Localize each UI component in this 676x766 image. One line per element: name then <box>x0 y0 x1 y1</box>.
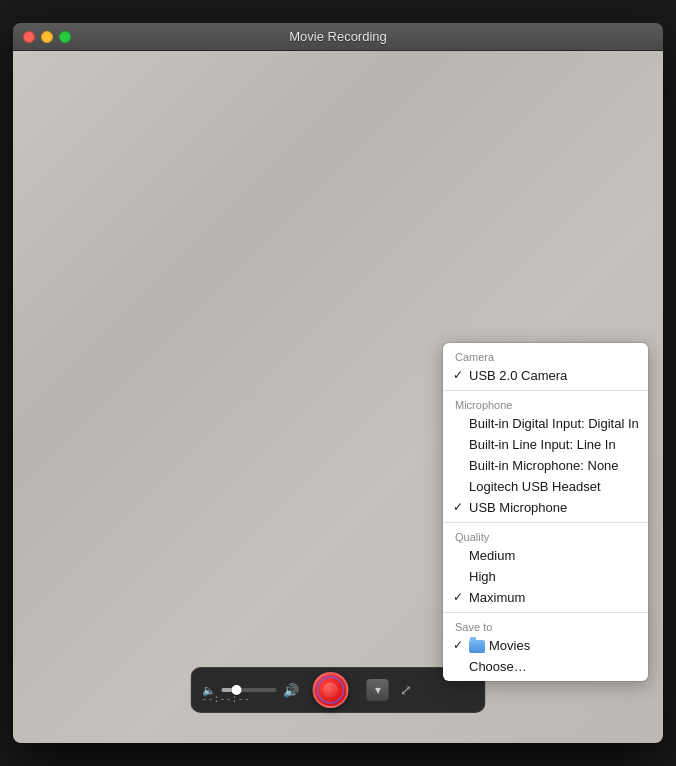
microphone-section-header: Microphone <box>443 395 648 413</box>
save-to-section-header: Save to <box>443 617 648 635</box>
record-inner <box>324 683 338 697</box>
microphone-section: Microphone Built-in Digital Input: Digit… <box>443 391 648 523</box>
traffic-lights <box>23 31 71 43</box>
maximize-button[interactable] <box>59 31 71 43</box>
window-title: Movie Recording <box>25 29 651 44</box>
time-display: --:--:-- <box>202 693 250 704</box>
camera-section-header: Camera <box>443 347 648 365</box>
minimize-button[interactable] <box>41 31 53 43</box>
controls-bar: 🔈 🔊 ⤢ --:--:-- <box>191 667 486 713</box>
mic-usb-item[interactable]: USB Microphone <box>443 497 648 518</box>
camera-section: Camera USB 2.0 Camera <box>443 343 648 391</box>
quality-section-header: Quality <box>443 527 648 545</box>
quality-section: Quality Medium High Maximum <box>443 523 648 613</box>
close-button[interactable] <box>23 31 35 43</box>
save-to-section: Save to Movies Choose… <box>443 613 648 681</box>
save-choose-item[interactable]: Choose… <box>443 656 648 677</box>
video-preview-area: 🔈 🔊 ⤢ --:--:-- Camera USB 2.0 Camera <box>13 51 663 743</box>
settings-dropdown-button[interactable] <box>367 679 389 701</box>
camera-usb2-item[interactable]: USB 2.0 Camera <box>443 365 648 386</box>
movie-recording-window: Movie Recording 🔈 🔊 ⤢ --:--:-- Camera <box>13 23 663 743</box>
save-movies-item[interactable]: Movies <box>443 635 648 656</box>
volume-high-icon: 🔊 <box>283 683 299 698</box>
mic-builtin-item[interactable]: Built-in Microphone: None <box>443 455 648 476</box>
mic-line-input-item[interactable]: Built-in Line Input: Line In <box>443 434 648 455</box>
volume-slider[interactable] <box>222 688 277 692</box>
folder-icon <box>469 640 485 653</box>
record-button[interactable] <box>313 672 349 708</box>
quality-high-item[interactable]: High <box>443 566 648 587</box>
fullscreen-button[interactable]: ⤢ <box>395 679 417 701</box>
quality-maximum-item[interactable]: Maximum <box>443 587 648 608</box>
quality-medium-item[interactable]: Medium <box>443 545 648 566</box>
mic-logitech-item[interactable]: Logitech USB Headset <box>443 476 648 497</box>
mic-digital-input-item[interactable]: Built-in Digital Input: Digital In <box>443 413 648 434</box>
settings-dropdown-menu: Camera USB 2.0 Camera Microphone Built-i… <box>443 343 648 681</box>
title-bar: Movie Recording <box>13 23 663 51</box>
